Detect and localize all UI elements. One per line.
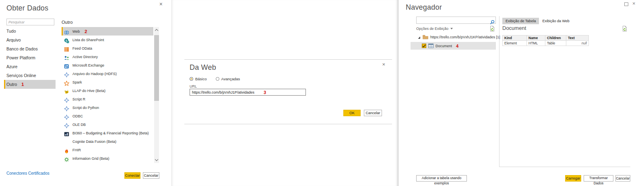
compass-icon bbox=[64, 96, 69, 102]
connector-item-bi360[interactable]: BI360 – Budgeting & Financial Reporting … bbox=[62, 129, 153, 137]
category-item-power-platform[interactable]: Power Platform bbox=[4, 53, 56, 62]
close-icon[interactable]: × bbox=[632, 1, 636, 6]
close-icon[interactable]: × bbox=[159, 1, 163, 7]
connector-item-script-r[interactable]: Script R bbox=[62, 95, 153, 103]
connector-label: OLE DB bbox=[72, 123, 86, 127]
gear-icon bbox=[64, 156, 69, 161]
dialog-title: Obter Dados bbox=[6, 4, 48, 13]
cancel-button[interactable]: Cancelar bbox=[364, 110, 382, 116]
connector-item-fhir[interactable]: FHIR bbox=[62, 146, 153, 154]
table-header-row: Kind Name Children Text bbox=[503, 36, 589, 41]
maximize-icon[interactable] bbox=[624, 2, 628, 6]
expand-triangle-icon[interactable] bbox=[417, 35, 421, 39]
add-table-using-examples-button[interactable]: Adicionar a tabela usando exemplos bbox=[416, 175, 467, 182]
cell-text: null bbox=[566, 41, 589, 46]
category-item-outro[interactable]: Outro1 bbox=[4, 80, 56, 89]
connector-item-script-python[interactable]: Script do Python bbox=[62, 103, 153, 112]
category-item-tudo[interactable]: Tudo bbox=[4, 27, 56, 36]
table-row: Element HTML Table null bbox=[503, 41, 589, 46]
tab-table-view[interactable]: Exibição de Tabela bbox=[502, 18, 539, 24]
column-header-name: Name bbox=[527, 36, 545, 41]
connector-label: Script do Python bbox=[72, 106, 99, 110]
connector-item-odbc[interactable]: ODBC bbox=[62, 112, 153, 120]
connector-label: BI360 – Budgeting & Financial Reporting … bbox=[72, 131, 149, 135]
ok-button[interactable]: OK bbox=[343, 110, 361, 116]
connector-label: Lista do SharePoint bbox=[72, 38, 104, 42]
star-icon bbox=[64, 79, 69, 85]
mode-radio-group: Básico Avançadas bbox=[190, 77, 240, 81]
cell-name: HTML bbox=[527, 41, 545, 46]
people-icon bbox=[64, 54, 69, 59]
category-item-servicos-online[interactable]: Serviços Online bbox=[4, 71, 56, 80]
document-preview-table: Kind Name Children Text Element HTML Tab… bbox=[502, 35, 589, 46]
category-item-arquivo[interactable]: Arquivo bbox=[4, 36, 56, 44]
folder-icon bbox=[423, 35, 428, 40]
connector-label: Feed OData bbox=[72, 46, 92, 50]
column-header-kind: Kind bbox=[503, 36, 527, 41]
connector-item-spark[interactable]: Spark bbox=[62, 78, 153, 86]
bee-icon bbox=[64, 88, 69, 93]
power-bi-get-data-flow: × Obter Dados Tudo Arquivo Banco de Dado… bbox=[0, 0, 644, 186]
compass-icon bbox=[64, 122, 69, 127]
connector-item-microsoft-exchange[interactable]: Microsoft Exchange bbox=[62, 61, 153, 69]
navigator-search-input[interactable] bbox=[416, 17, 496, 24]
connector-label: Information Grid (Beta) bbox=[72, 157, 109, 161]
connector-item-odata-feed[interactable]: Feed OData bbox=[62, 44, 153, 52]
connector-item-information-grid[interactable]: Information Grid (Beta) bbox=[62, 154, 153, 163]
connector-item-sharepoint-list[interactable]: S Lista do SharePoint bbox=[62, 36, 153, 44]
radio-basic[interactable]: Básico bbox=[190, 77, 207, 81]
search-input[interactable] bbox=[6, 19, 54, 25]
odata-table-icon bbox=[64, 46, 69, 51]
open-document-icon[interactable] bbox=[622, 25, 627, 32]
tab-web-view[interactable]: Exibição da Web bbox=[539, 18, 572, 24]
scrollbar-thumb[interactable] bbox=[154, 35, 159, 101]
globe-icon bbox=[64, 29, 69, 34]
connector-label: LLAP do Hive (Beta) bbox=[72, 89, 105, 93]
display-options-label: Opções de Exibição bbox=[416, 27, 448, 31]
scroll-down-icon[interactable] bbox=[155, 158, 158, 161]
cell-kind: Element bbox=[503, 41, 527, 46]
connector-item-cognite[interactable]: Cognite Data Fusion (Beta) bbox=[62, 137, 153, 146]
cancel-button[interactable]: Cancelar bbox=[615, 175, 630, 182]
cancel-button[interactable]: Cancelar bbox=[143, 172, 159, 179]
connector-item-ole-db[interactable]: OLE DB bbox=[62, 120, 153, 129]
sharepoint-icon: S bbox=[64, 37, 69, 42]
scrollbar[interactable] bbox=[154, 27, 159, 163]
connector-label: Arquivo do Hadoop (HDFS) bbox=[72, 72, 117, 76]
connector-item-hive-llap[interactable]: LLAP do Hive (Beta) bbox=[62, 86, 153, 95]
radio-advanced[interactable]: Avançadas bbox=[216, 77, 240, 81]
connector-item-web[interactable]: Web 2 bbox=[62, 27, 153, 36]
flame-icon bbox=[64, 147, 69, 153]
scroll-up-icon[interactable] bbox=[155, 29, 158, 32]
connector-label: ODBC bbox=[72, 114, 83, 118]
transform-data-button[interactable]: Transformar Dados bbox=[584, 175, 613, 182]
dialog-title: Da Web bbox=[190, 63, 216, 72]
radio-label: Básico bbox=[195, 77, 207, 81]
refresh-document-icon[interactable] bbox=[489, 25, 495, 32]
get-data-dialog: × Obter Dados Tudo Arquivo Banco de Dado… bbox=[0, 0, 166, 186]
preview-tabs: Exibição de Tabela Exibição da Web bbox=[502, 18, 573, 24]
connector-item-active-directory[interactable]: Active Directory bbox=[62, 52, 153, 61]
from-web-dialog-panel: × Da Web Básico Avançadas URL 3 OK Cance… bbox=[171, 0, 398, 186]
category-label: Azure bbox=[6, 64, 17, 69]
category-item-azure[interactable]: Azure bbox=[4, 62, 56, 71]
table-icon bbox=[428, 44, 433, 48]
certified-connectors-link[interactable]: Conectores Certificados bbox=[6, 171, 50, 176]
connector-label: FHIR bbox=[72, 148, 81, 152]
tree-node-url[interactable]: https://trello.com/b/pVxhJ1KP/atividades… bbox=[417, 35, 500, 40]
close-icon[interactable]: × bbox=[382, 62, 385, 67]
connector-item-hadoop-hdfs[interactable]: Arquivo do Hadoop (HDFS) bbox=[62, 69, 153, 78]
url-input[interactable] bbox=[190, 89, 306, 96]
dialog-title: Navegador bbox=[406, 3, 442, 12]
category-item-banco-de-dados[interactable]: Banco de Dados bbox=[4, 44, 56, 53]
display-options-dropdown[interactable]: Opções de Exibição bbox=[416, 27, 453, 31]
icon-placeholder bbox=[64, 139, 69, 144]
checkbox-checked[interactable] bbox=[422, 44, 426, 48]
category-list: Tudo Arquivo Banco de Dados Power Platfo… bbox=[4, 27, 56, 89]
annotation-1: 1 bbox=[21, 82, 24, 87]
tree-node-document[interactable]: Document 4 bbox=[411, 42, 496, 50]
load-button[interactable]: Carregar bbox=[565, 175, 581, 182]
url-label: URL bbox=[190, 84, 197, 88]
connect-button[interactable]: Conectar bbox=[124, 172, 140, 179]
category-label: Outro bbox=[6, 82, 17, 87]
